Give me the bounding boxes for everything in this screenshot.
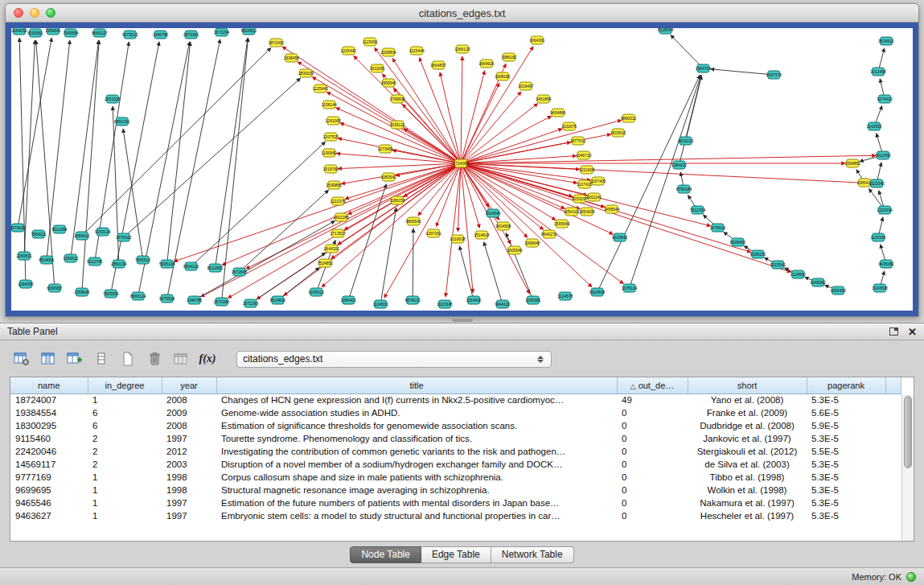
graph-node[interactable]: 1190682 — [322, 149, 337, 157]
graph-node[interactable]: 1054401 — [341, 296, 357, 304]
graph-node[interactable]: 1908182 — [495, 72, 511, 80]
graph-node[interactable]: 9890312 — [621, 114, 637, 122]
graph-node[interactable]: 9153124 — [95, 228, 111, 236]
graph-node[interactable]: 9245012 — [309, 288, 325, 296]
graph-node[interactable]: 1154432 — [466, 296, 481, 304]
graph-node[interactable]: 1142553 — [867, 122, 882, 130]
graph-node[interactable]: 1514618 — [474, 231, 490, 239]
graph-node[interactable]: 8660124 — [130, 292, 146, 300]
graph-edge[interactable] — [484, 242, 503, 304]
close-panel-icon[interactable]: ✕ — [908, 327, 917, 337]
column-header-in-degree[interactable]: in_degree — [88, 377, 162, 393]
graph-node[interactable]: 1938455 — [284, 54, 300, 62]
graph-node[interactable]: 1458544 — [604, 205, 620, 213]
graph-node[interactable]: 9944123 — [495, 300, 511, 308]
table-row[interactable]: 977716911998Corpus callosum shape and si… — [10, 471, 901, 484]
graph-node[interactable]: 9073518 — [159, 295, 175, 303]
graph-node[interactable]: 1125091 — [363, 38, 378, 46]
graph-node[interactable]: 1002241 — [586, 193, 602, 201]
graph-node[interactable]: 7905512 — [135, 256, 151, 264]
graph-node[interactable]: 1103345 — [871, 233, 886, 241]
graph-node[interactable]: 1599865 — [326, 181, 343, 189]
column-header-year[interactable]: year — [162, 377, 216, 393]
graph-edge[interactable] — [36, 40, 55, 288]
graph-node[interactable]: 1346785 — [187, 296, 203, 304]
graph-node[interactable]: 6504122 — [183, 262, 199, 270]
graph-node[interactable]: 1099648 — [524, 239, 540, 247]
graph-edge[interactable] — [216, 38, 248, 268]
graph-node[interactable]: 1664837 — [430, 61, 446, 69]
import-table-button[interactable] — [170, 349, 191, 369]
graph-node[interactable]: 8928493 — [730, 238, 746, 246]
graph-node[interactable]: 1679919 — [710, 224, 726, 232]
graph-node[interactable]: 7905559 — [103, 290, 119, 298]
graph-node[interactable]: 1964704 — [696, 64, 712, 72]
graph-node[interactable]: 1713527 — [331, 229, 347, 237]
graph-node[interactable]: 1602285 — [334, 213, 350, 221]
graph-node[interactable]: 9073513 — [122, 31, 138, 39]
network-window-titlebar[interactable]: citations_edges.txt — [6, 4, 918, 23]
graph-node[interactable]: 1877531 — [570, 137, 586, 145]
vertical-scrollbar[interactable] — [901, 394, 914, 541]
graph-node[interactable]: 2570361 — [183, 31, 199, 39]
graph-node[interactable]: 1799936 — [389, 95, 405, 103]
graph-node[interactable]: 1019769 — [323, 165, 339, 173]
graph-edge[interactable] — [24, 40, 35, 256]
graph-edge[interactable] — [124, 78, 301, 237]
graph-edge[interactable] — [418, 163, 461, 216]
graph-node[interactable]: 1045581 — [525, 296, 541, 304]
graph-edge[interactable] — [630, 76, 701, 289]
citation-graph[interactable]: 1724081187240019384551830029122544311581… — [11, 28, 913, 311]
row-options-button[interactable] — [91, 349, 112, 369]
new-table-button[interactable] — [117, 349, 138, 369]
graph-node[interactable]: 1605549 — [507, 246, 523, 254]
graph-node[interactable]: 1346780 — [153, 31, 169, 39]
graph-edge[interactable] — [461, 163, 544, 229]
graph-node[interactable]: 9435082 — [878, 260, 894, 268]
graph-node[interactable]: 1359645 — [74, 288, 90, 296]
graph-node[interactable]: 8290957 — [47, 284, 63, 292]
graph-node[interactable]: 1023345 — [437, 300, 453, 308]
graph-node[interactable]: 1654938 — [579, 208, 595, 216]
graph-edge[interactable] — [461, 56, 462, 163]
graph-node[interactable]: 1664926 — [478, 60, 495, 68]
graph-node[interactable]: 1830029 — [298, 69, 314, 77]
graph-node[interactable]: 9878123 — [405, 296, 421, 304]
column-header-title[interactable]: title — [216, 377, 617, 393]
table-row[interactable]: 2242004622012Investigating the contribut… — [10, 445, 901, 458]
graph-node[interactable]: 6850291 — [114, 117, 130, 126]
graph-node[interactable]: 1595549 — [554, 220, 570, 228]
graph-node[interactable]: 9153297 — [572, 195, 588, 203]
graph-edge[interactable] — [82, 47, 271, 236]
graph-edge[interactable] — [710, 69, 774, 75]
graph-node[interactable]: 1359312 — [63, 254, 79, 262]
graph-edge[interactable] — [167, 39, 220, 299]
float-panel-icon[interactable] — [889, 328, 898, 336]
table-selector[interactable]: citations_edges.txt — [236, 351, 552, 368]
graph-node[interactable]: 1261065 — [326, 117, 342, 125]
graph-edge[interactable] — [461, 47, 533, 163]
graph-node[interactable]: 9158153 — [750, 250, 766, 258]
graph-node[interactable]: 9534512 — [878, 37, 894, 45]
graph-node[interactable]: 9924508 — [589, 288, 606, 296]
graph-node[interactable]: 1220334 — [877, 206, 893, 214]
graph-node[interactable]: 1019497 — [518, 82, 534, 90]
graph-edge[interactable] — [461, 129, 562, 163]
graph-node[interactable]: 1092450 — [830, 286, 846, 295]
graph-edge[interactable] — [680, 76, 702, 165]
graph-node[interactable]: 1694301 — [529, 36, 545, 44]
graph-edge[interactable] — [461, 163, 869, 183]
graph-edge[interactable] — [82, 40, 99, 292]
graph-node[interactable]: 1186153 — [390, 196, 405, 204]
table-row[interactable]: 1830029562008Estimation of significance … — [10, 419, 901, 432]
graph-node[interactable]: 1167405 — [590, 177, 606, 185]
graph-edge[interactable] — [459, 246, 474, 300]
graph-node[interactable]: 1078124 — [622, 284, 638, 292]
table-row[interactable]: 911546021997Tourette syndrome. Phenomeno… — [10, 432, 901, 445]
graph-node[interactable]: 1359640 — [45, 28, 61, 35]
column-header-out-degree[interactable]: △out_de… — [617, 377, 688, 393]
table-row[interactable]: 1456911722003Disruption of a novel membe… — [10, 458, 901, 471]
graph-node[interactable]: 1225442 — [341, 47, 357, 55]
graph-node[interactable]: 1102675 — [561, 122, 577, 130]
graph-edge[interactable] — [413, 229, 413, 300]
